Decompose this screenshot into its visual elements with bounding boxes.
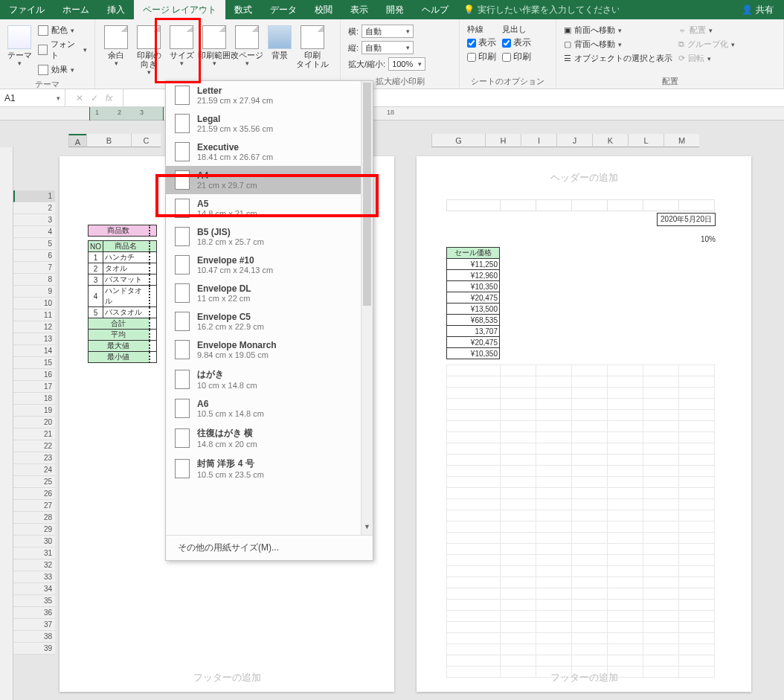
- cell[interactable]: [536, 600, 572, 611]
- cell[interactable]: [572, 566, 608, 577]
- tab-data[interactable]: データ: [261, 0, 306, 19]
- cell[interactable]: [536, 499, 572, 510]
- cell[interactable]: [679, 611, 715, 622]
- cell[interactable]: [501, 455, 536, 466]
- row-header[interactable]: 38: [13, 631, 55, 643]
- cell[interactable]: [643, 533, 679, 544]
- cell[interactable]: [501, 611, 536, 622]
- cell[interactable]: [608, 421, 643, 432]
- cell[interactable]: [572, 510, 608, 521]
- grid-empty[interactable]: [446, 365, 715, 678]
- cell[interactable]: [447, 365, 501, 376]
- row-header[interactable]: 11: [13, 309, 55, 321]
- cell[interactable]: [679, 600, 715, 611]
- cell[interactable]: [679, 533, 715, 544]
- cell[interactable]: [643, 410, 679, 421]
- cell[interactable]: [572, 455, 608, 466]
- cell[interactable]: [536, 644, 572, 655]
- cell[interactable]: [643, 477, 679, 488]
- scale-width-select[interactable]: 自動▾: [362, 25, 414, 38]
- cell[interactable]: [501, 432, 536, 443]
- row-header[interactable]: 14: [13, 345, 55, 357]
- enter-icon[interactable]: ✓: [91, 93, 98, 103]
- tab-file[interactable]: ファイル: [0, 0, 54, 19]
- row-header[interactable]: 2: [13, 202, 55, 214]
- scroll-thumb[interactable]: [363, 83, 371, 306]
- cell[interactable]: [679, 421, 715, 432]
- cell[interactable]: [643, 655, 679, 667]
- cell[interactable]: [536, 365, 572, 376]
- row-header[interactable]: 17: [13, 381, 55, 393]
- cell[interactable]: [572, 555, 608, 566]
- cell[interactable]: [536, 544, 572, 555]
- row-header[interactable]: 18: [13, 393, 55, 405]
- paper-size-option[interactable]: B5 (JIS)18.2 cm x 25.7 cm: [166, 222, 373, 251]
- cell[interactable]: [643, 376, 679, 388]
- size-button[interactable]: サイズ▾: [165, 22, 198, 67]
- cell[interactable]: [679, 410, 715, 421]
- row-header[interactable]: 15: [13, 357, 55, 369]
- send-backward-button[interactable]: ▢背面へ移動▾: [564, 38, 672, 51]
- cell[interactable]: [572, 633, 608, 644]
- cell[interactable]: [608, 510, 643, 521]
- col-header-m[interactable]: M: [663, 134, 699, 147]
- cell[interactable]: [572, 432, 608, 443]
- cell[interactable]: [447, 533, 501, 544]
- row-header[interactable]: 10: [13, 298, 55, 309]
- cell[interactable]: [679, 388, 715, 399]
- col-header-i[interactable]: I: [521, 134, 556, 147]
- cell[interactable]: [447, 555, 501, 566]
- cell[interactable]: [572, 533, 608, 544]
- cell[interactable]: [679, 455, 715, 466]
- row-header[interactable]: 6: [13, 250, 55, 262]
- cell[interactable]: [679, 566, 715, 577]
- cell[interactable]: [679, 488, 715, 499]
- cell[interactable]: [608, 655, 643, 667]
- cell[interactable]: [501, 566, 536, 577]
- cell[interactable]: [501, 499, 536, 510]
- header-area-2[interactable]: ヘッダーの追加: [417, 156, 751, 199]
- align-button[interactable]: ⫧配置▾: [678, 24, 735, 36]
- cell[interactable]: [447, 588, 501, 600]
- cell[interactable]: [536, 521, 572, 533]
- cell[interactable]: [572, 588, 608, 600]
- cell[interactable]: [536, 376, 572, 388]
- cell[interactable]: [501, 443, 536, 455]
- orientation-button[interactable]: 印刷の 向き▾: [132, 22, 165, 76]
- row-header[interactable]: 16: [13, 369, 55, 381]
- cell[interactable]: [501, 388, 536, 399]
- cell[interactable]: [643, 499, 679, 510]
- paper-size-option[interactable]: A610.5 cm x 14.8 cm: [166, 394, 373, 423]
- cell[interactable]: [679, 432, 715, 443]
- breaks-button[interactable]: 改ページ▾: [231, 22, 263, 67]
- cell[interactable]: [643, 633, 679, 644]
- cell[interactable]: [447, 644, 501, 655]
- cell[interactable]: [501, 410, 536, 421]
- cell[interactable]: [679, 655, 715, 667]
- cell[interactable]: [608, 622, 643, 633]
- cell[interactable]: [608, 611, 643, 622]
- share-button[interactable]: 👤 共有: [731, 0, 784, 19]
- cell[interactable]: [447, 600, 501, 611]
- cell[interactable]: [536, 477, 572, 488]
- cell[interactable]: [501, 399, 536, 410]
- cell[interactable]: [643, 432, 679, 443]
- footer-area-1[interactable]: フッターの追加: [60, 671, 394, 684]
- cell[interactable]: [608, 365, 643, 376]
- col-header-g[interactable]: G: [431, 134, 485, 147]
- tell-me-input[interactable]: [478, 4, 619, 15]
- row-header[interactable]: 23: [13, 452, 55, 464]
- name-box[interactable]: A1▾: [0, 89, 65, 106]
- cell[interactable]: [536, 633, 572, 644]
- cell[interactable]: [447, 421, 501, 432]
- cell[interactable]: [447, 466, 501, 477]
- cell[interactable]: [536, 410, 572, 421]
- cell[interactable]: [536, 566, 572, 577]
- cell[interactable]: [447, 544, 501, 555]
- cell[interactable]: [536, 555, 572, 566]
- cell[interactable]: [447, 611, 501, 622]
- cell[interactable]: [608, 399, 643, 410]
- cell[interactable]: [643, 555, 679, 566]
- cell[interactable]: [643, 622, 679, 633]
- cell[interactable]: [643, 399, 679, 410]
